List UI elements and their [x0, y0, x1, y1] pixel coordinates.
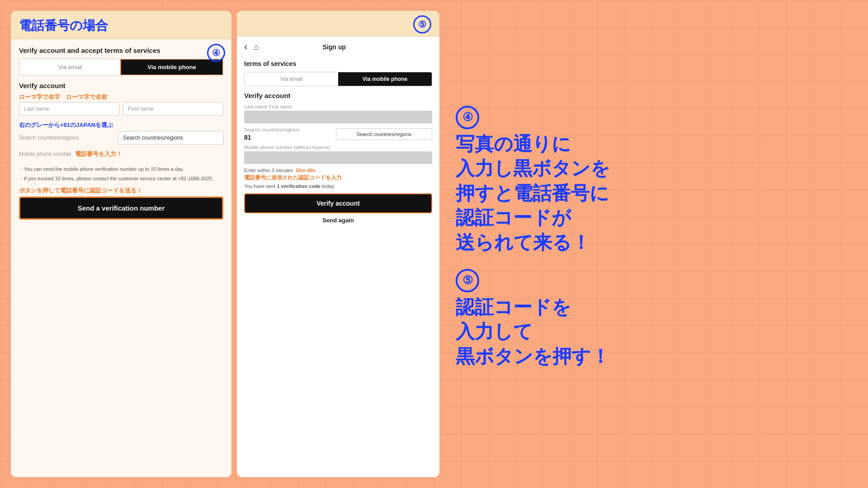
mid-terms: terms of services	[244, 60, 432, 67]
panel-mid: ⑤ ‹ ⌂ Sign up terms of services Via emai…	[237, 11, 439, 477]
right-line-1: 写真の通りに	[456, 132, 851, 157]
send-again-btn[interactable]: Send again	[244, 217, 432, 224]
lastname-label: Last name	[24, 106, 49, 112]
send-verification-btn[interactable]: Send a verification number	[19, 197, 223, 220]
mid-country-btn[interactable]: Search countries/regions	[336, 128, 432, 140]
mid-country-label: Search countries/regions	[244, 127, 332, 132]
info-text-2: ・If you exceed 10 times, please contact …	[19, 175, 223, 183]
mid-sent-pre: You have sent	[244, 183, 277, 189]
mid-sent-post: today.	[321, 183, 335, 189]
panel-left-header: 電話番号の場合	[11, 11, 231, 39]
nav-icons: ‹ ⌂	[244, 41, 259, 53]
tab-phone-left[interactable]: Via mobile phone	[120, 59, 223, 75]
panel-left: 電話番号の場合 ④ Verify account and accept term…	[11, 11, 231, 477]
mid-name-input[interactable]	[244, 111, 432, 123]
section-title-left: Verify account and accept terms of servi…	[19, 47, 223, 54]
phone-row-left: Mobile phone number 電話番号を入力！	[19, 150, 223, 158]
tab-row-left: Via email Via mobile phone	[19, 59, 223, 75]
tab-email-left[interactable]: Via email	[19, 59, 121, 75]
panel-left-body: ④ Verify account and accept terms of ser…	[11, 39, 231, 477]
mid-tab-phone[interactable]: Via mobile phone	[338, 72, 432, 86]
verify-title-left: Verify account	[19, 82, 223, 89]
mid-tab-email[interactable]: Via email	[245, 72, 338, 86]
panel-right: ④ 写真の通りに 入力し黒ボタンを 押すと電話番号に 認証コードが 送られて来る…	[442, 8, 860, 480]
badge-4: ④	[207, 44, 225, 62]
mid-tab-row: Via email Via mobile phone	[244, 72, 432, 86]
right-line-2: 入力し黒ボタンを	[456, 156, 851, 181]
right-line-5: 送られて来る！	[456, 230, 851, 255]
back-icon[interactable]: ‹	[244, 41, 247, 53]
firstname-field[interactable]: First name	[123, 102, 223, 116]
circle-4: ④	[456, 106, 479, 129]
verify-account-btn[interactable]: Verify account	[244, 193, 432, 213]
country-right-btn[interactable]: Search countries/regions	[118, 131, 223, 145]
mid-country-row: Search countries/regions 81 Search count…	[244, 127, 432, 141]
panel-mid-header: ⑤	[237, 11, 439, 37]
right-line-7: 入力して	[456, 319, 851, 344]
right-block-4: ④ 写真の通りに 入力し黒ボタンを 押すと電話番号に 認証コードが 送られて来る…	[456, 106, 851, 255]
phone-annotation-left: 電話番号を入力！	[75, 150, 122, 158]
badge-5: ⑤	[413, 15, 431, 33]
right-line-4: 認証コードが	[456, 206, 851, 230]
country-row-left: Search countries/regions Search countrie…	[19, 131, 223, 145]
firstname-label: First name	[128, 106, 154, 112]
mid-sent-text: You have sent 1 verification code today.	[244, 183, 432, 189]
mid-timer-value: 02m 40s	[296, 168, 315, 173]
annotation-country-jp: 右のグレーから+81のJAPANを選ぶ	[19, 121, 223, 129]
right-line-8: 黒ボタンを押す！	[456, 344, 851, 369]
mid-sent-bold: 1 verification code	[277, 183, 321, 189]
mid-body: terms of services Via email Via mobile p…	[237, 56, 439, 477]
mid-code-annotation: 電話番号に送信された認証コードを入力	[244, 174, 432, 182]
mid-phone-label: Mobile phone number (without hypens)	[244, 145, 432, 150]
right-line-3: 押すと電話番号に	[456, 181, 851, 206]
mid-phone-input[interactable]	[244, 151, 432, 164]
panel-left-title: 電話番号の場合	[19, 19, 108, 33]
mid-name-label: Last name First name	[244, 104, 432, 109]
circle-5: ⑤	[456, 269, 479, 292]
mid-country-value: 81	[244, 134, 332, 141]
mid-timer-row: Enter within 3 minutes 02m 40s	[244, 168, 432, 173]
right-block-5: ⑤ 認証コードを 入力して 黒ボタンを押す！	[456, 269, 851, 369]
right-line-6: 認証コードを	[456, 295, 851, 320]
mid-verify-title: Verify account	[244, 92, 432, 99]
mid-timer-text: Enter within 3 minutes	[244, 168, 293, 173]
phone-label-left: Mobile phone number	[19, 151, 71, 157]
annotation-name-jp: ローマ字で名字 ローマ字で名前	[19, 93, 223, 101]
country-left-label: Search countries/regions	[19, 135, 114, 141]
nav-title: Sign up	[322, 43, 345, 51]
lastname-field[interactable]: Last name	[19, 102, 119, 116]
home-icon[interactable]: ⌂	[254, 42, 259, 52]
phone-nav: ‹ ⌂ Sign up	[237, 37, 439, 56]
mid-country-left: Search countries/regions 81	[244, 127, 332, 141]
info-text-1: ・You can send the mobile phone verificat…	[19, 165, 223, 173]
btn-annotation-jp: ボタンを押して電話番号に認証コードを送る！	[19, 187, 223, 195]
name-input-row: Last name First name	[19, 102, 223, 116]
